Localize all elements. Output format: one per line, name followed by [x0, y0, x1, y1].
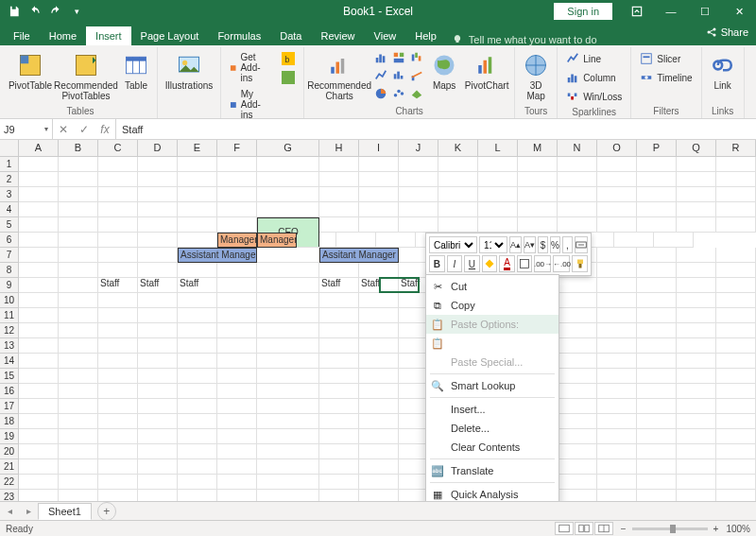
cell[interactable]: [677, 323, 716, 338]
cell[interactable]: [336, 233, 376, 248]
cell[interactable]: [257, 384, 319, 399]
zoom-level[interactable]: 100%: [726, 524, 750, 534]
cell[interactable]: [178, 293, 217, 308]
cell[interactable]: [558, 369, 597, 384]
cell[interactable]: [138, 308, 178, 323]
cell[interactable]: [217, 399, 257, 414]
fill-color-button[interactable]: [482, 255, 498, 272]
merge-center-button[interactable]: [575, 236, 588, 253]
cell[interactable]: [59, 369, 98, 384]
cell[interactable]: [19, 217, 59, 233]
cell[interactable]: [597, 323, 637, 338]
column-header[interactable]: N: [558, 140, 597, 157]
cell[interactable]: [597, 338, 637, 354]
cell[interactable]: [558, 157, 597, 172]
column-header[interactable]: K: [438, 140, 478, 157]
cell[interactable]: [319, 414, 359, 429]
cell[interactable]: [637, 429, 677, 444]
tab-review[interactable]: Review: [311, 26, 364, 45]
cell[interactable]: [257, 157, 319, 172]
cell[interactable]: [138, 263, 178, 278]
save-button[interactable]: [6, 3, 23, 20]
cell[interactable]: [319, 459, 359, 475]
cell[interactable]: [59, 233, 98, 248]
cell[interactable]: [98, 369, 138, 384]
cell[interactable]: [558, 293, 597, 308]
cell[interactable]: [98, 263, 138, 278]
cell[interactable]: [558, 217, 597, 233]
cell[interactable]: [597, 263, 637, 278]
column-header[interactable]: P: [637, 140, 677, 157]
cell[interactable]: [257, 172, 319, 187]
cell[interactable]: [478, 172, 518, 187]
page-layout-view-button[interactable]: [575, 522, 593, 535]
menu-item-clear[interactable]: Clear Contents: [426, 438, 558, 457]
tab-home[interactable]: Home: [40, 26, 86, 45]
cell[interactable]: [98, 217, 138, 233]
cell[interactable]: [98, 323, 138, 338]
cell[interactable]: [138, 172, 178, 187]
add-sheet-button[interactable]: +: [97, 502, 116, 521]
cell[interactable]: [677, 308, 716, 323]
cell[interactable]: [59, 172, 98, 187]
cell[interactable]: [637, 308, 677, 323]
menu-item-delete[interactable]: Delete...: [426, 419, 558, 438]
sheet-nav-prev[interactable]: ◂: [0, 502, 19, 521]
cell[interactable]: [677, 414, 716, 429]
undo-button[interactable]: [26, 3, 43, 20]
cell[interactable]: [677, 384, 716, 399]
column-chart-button[interactable]: [372, 49, 389, 66]
row-header[interactable]: 13: [0, 338, 19, 354]
cell[interactable]: [257, 354, 319, 369]
table-button[interactable]: Table: [119, 49, 153, 94]
cell[interactable]: [217, 278, 257, 293]
accounting-format-button[interactable]: $: [538, 236, 548, 253]
cell[interactable]: [359, 399, 399, 414]
mini-font-select[interactable]: Calibri: [429, 236, 477, 253]
cell[interactable]: [677, 429, 716, 444]
surface-chart-button[interactable]: [408, 85, 425, 102]
row-header[interactable]: 5: [0, 217, 19, 233]
column-header[interactable]: B: [59, 140, 98, 157]
cell[interactable]: [319, 384, 359, 399]
cell[interactable]: [637, 263, 677, 278]
column-header[interactable]: I: [359, 140, 399, 157]
menu-item-cut[interactable]: ✂Cut: [426, 277, 558, 296]
cell[interactable]: [637, 293, 677, 308]
cell[interactable]: [478, 157, 518, 172]
cell[interactable]: [98, 399, 138, 414]
row-header[interactable]: 22: [0, 475, 19, 490]
cell[interactable]: [654, 233, 694, 248]
cell[interactable]: [138, 187, 178, 202]
cell[interactable]: [19, 202, 59, 217]
row-header[interactable]: 1: [0, 157, 19, 172]
cell[interactable]: [98, 202, 138, 217]
cell[interactable]: [716, 172, 756, 187]
cell[interactable]: [178, 172, 217, 187]
signin-button[interactable]: Sign in: [554, 3, 612, 20]
cell[interactable]: [59, 157, 98, 172]
cell[interactable]: [597, 354, 637, 369]
cell[interactable]: [716, 202, 756, 217]
cell[interactable]: [98, 172, 138, 187]
row-header[interactable]: 20: [0, 444, 19, 459]
cell[interactable]: [677, 263, 716, 278]
borders-button[interactable]: [517, 255, 533, 272]
cell[interactable]: [178, 354, 217, 369]
cell[interactable]: [597, 217, 637, 233]
cell[interactable]: [438, 157, 478, 172]
row-header[interactable]: 15: [0, 369, 19, 384]
cell[interactable]: [178, 444, 217, 459]
cell[interactable]: [217, 429, 257, 444]
cell[interactable]: [677, 354, 716, 369]
cell[interactable]: [217, 263, 257, 278]
cell[interactable]: [637, 354, 677, 369]
bold-button[interactable]: B: [429, 255, 445, 272]
cell[interactable]: [217, 308, 257, 323]
cell[interactable]: [716, 248, 756, 263]
cell[interactable]: [217, 444, 257, 459]
cell[interactable]: [138, 323, 178, 338]
cell[interactable]: [478, 217, 518, 233]
cell[interactable]: [558, 338, 597, 354]
cell[interactable]: [257, 263, 319, 278]
